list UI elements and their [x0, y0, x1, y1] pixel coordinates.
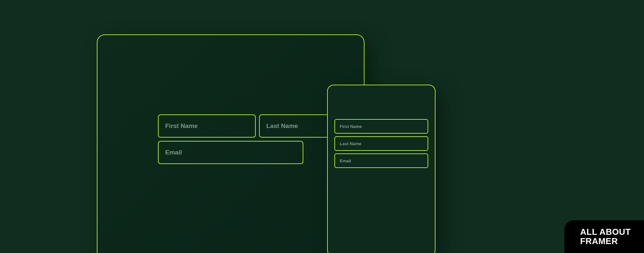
email-input[interactable]: [158, 141, 303, 164]
mobile-first-name-input[interactable]: [334, 119, 428, 134]
brand-badge: ALL ABOUT FRAMER: [564, 220, 644, 253]
brand-line-1: ALL ABOUT: [580, 228, 631, 236]
brand-line-2: FRAMER: [580, 237, 631, 246]
mobile-email-input[interactable]: [334, 153, 428, 168]
desktop-form: [158, 114, 303, 164]
form-row-names: [158, 114, 303, 138]
first-name-input[interactable]: [158, 114, 256, 138]
mobile-last-name-input[interactable]: [334, 136, 428, 151]
mobile-form: [334, 119, 428, 168]
mobile-device-frame: [327, 85, 436, 253]
brand-text: ALL ABOUT FRAMER: [580, 228, 631, 246]
desktop-device-frame: [97, 34, 364, 253]
